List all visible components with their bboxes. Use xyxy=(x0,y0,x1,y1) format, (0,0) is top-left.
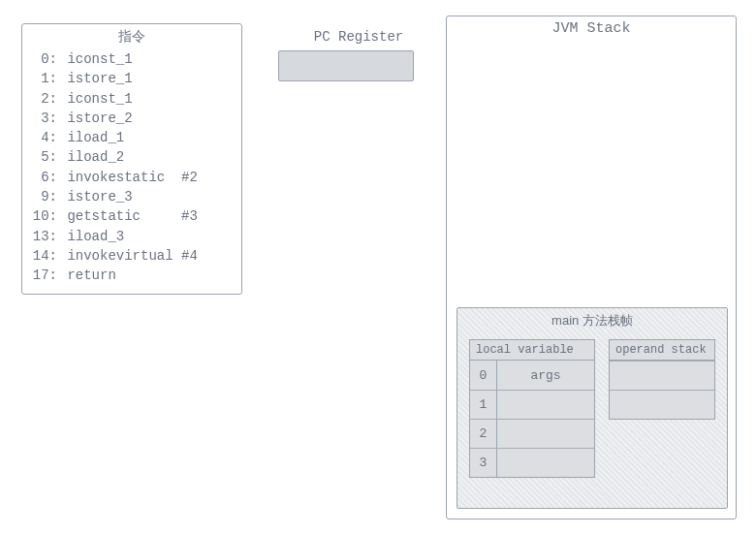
instruction-arg: #2 xyxy=(181,170,198,185)
local-variable-row: 2 xyxy=(470,419,594,448)
instruction-op: invokestatic xyxy=(59,170,181,185)
instructions-list: 0: iconst_1 1: istore_1 2: iconst_1 3: i… xyxy=(22,47,241,294)
local-variable-index: 0 xyxy=(470,361,497,390)
instruction-op: iconst_1 xyxy=(59,51,181,67)
instruction-row: 17: return xyxy=(32,266,232,285)
instruction-op: istore_2 xyxy=(59,110,181,126)
local-variable-value xyxy=(497,391,594,419)
operand-stack-row xyxy=(610,361,714,390)
instruction-row: 13: iload_3 xyxy=(32,227,232,246)
instruction-index: 9: xyxy=(32,187,59,206)
instruction-row: 14: invokevirtual #4 xyxy=(32,246,232,266)
stack-frame-title: main 方法栈帧 xyxy=(457,308,727,333)
local-variable-value xyxy=(497,420,594,448)
instruction-index: 6: xyxy=(32,168,59,187)
instruction-index: 14: xyxy=(32,246,59,266)
instruction-index: 5: xyxy=(32,147,59,167)
operand-stack-header: operand stack xyxy=(610,340,714,361)
local-variable-value xyxy=(497,449,594,477)
instruction-row: 10: getstatic #3 xyxy=(32,206,232,226)
instruction-op: iload_2 xyxy=(59,149,181,165)
local-variable-value: args xyxy=(497,361,594,390)
local-variable-rows: 0args123 xyxy=(470,361,594,477)
operand-stack-row xyxy=(610,390,714,419)
local-variable-index: 1 xyxy=(470,391,497,419)
instruction-op: istore_3 xyxy=(59,189,181,205)
local-variable-row: 3 xyxy=(470,448,594,477)
instruction-index: 4: xyxy=(32,128,59,147)
instruction-row: 4: iload_1 xyxy=(32,128,232,147)
instruction-row: 2: iconst_1 xyxy=(32,89,232,109)
instruction-index: 10: xyxy=(32,206,59,226)
instruction-row: 0: iconst_1 xyxy=(32,49,232,69)
local-variable-index: 3 xyxy=(470,449,497,477)
pc-register-box xyxy=(278,50,414,81)
local-variable-index: 2 xyxy=(470,420,497,448)
instruction-index: 0: xyxy=(32,49,59,69)
instructions-title: 指令 xyxy=(22,24,241,47)
instruction-op: iconst_1 xyxy=(59,91,181,107)
instruction-index: 2: xyxy=(32,89,59,109)
instruction-op: return xyxy=(59,268,181,283)
instruction-row: 3: istore_2 xyxy=(32,109,232,128)
local-variable-row: 0args xyxy=(470,361,594,390)
local-variable-row: 1 xyxy=(470,390,594,419)
instructions-panel: 指令 0: iconst_1 1: istore_1 2: iconst_1 3… xyxy=(21,23,242,295)
instruction-arg: #4 xyxy=(181,248,198,264)
jvm-stack-title: JVM Stack xyxy=(447,16,736,39)
instruction-index: 1: xyxy=(32,69,59,88)
instruction-op: iload_1 xyxy=(59,130,181,145)
instruction-row: 5: iload_2 xyxy=(32,147,232,167)
instruction-row: 1: istore_1 xyxy=(32,69,232,88)
instruction-op: istore_1 xyxy=(59,71,181,86)
instruction-index: 13: xyxy=(32,227,59,246)
pc-register-label: PC Register xyxy=(291,29,426,45)
instruction-op: getstatic xyxy=(59,208,181,224)
operand-stack-rows xyxy=(610,361,714,419)
local-variable-header: local variable xyxy=(470,340,594,361)
jvm-stack-panel: JVM Stack main 方法栈帧 local variable 0args… xyxy=(446,16,737,519)
stack-frame: main 方法栈帧 local variable 0args123 operan… xyxy=(457,307,728,509)
operand-stack-table: operand stack xyxy=(609,339,715,420)
instruction-op: invokevirtual xyxy=(59,248,181,264)
instruction-op: iload_3 xyxy=(59,229,181,244)
local-variable-table: local variable 0args123 xyxy=(469,339,595,478)
instruction-row: 6: invokestatic #2 xyxy=(32,168,232,187)
instruction-index: 17: xyxy=(32,266,59,285)
instruction-index: 3: xyxy=(32,109,59,128)
instruction-arg: #3 xyxy=(181,208,198,224)
instruction-row: 9: istore_3 xyxy=(32,187,232,206)
